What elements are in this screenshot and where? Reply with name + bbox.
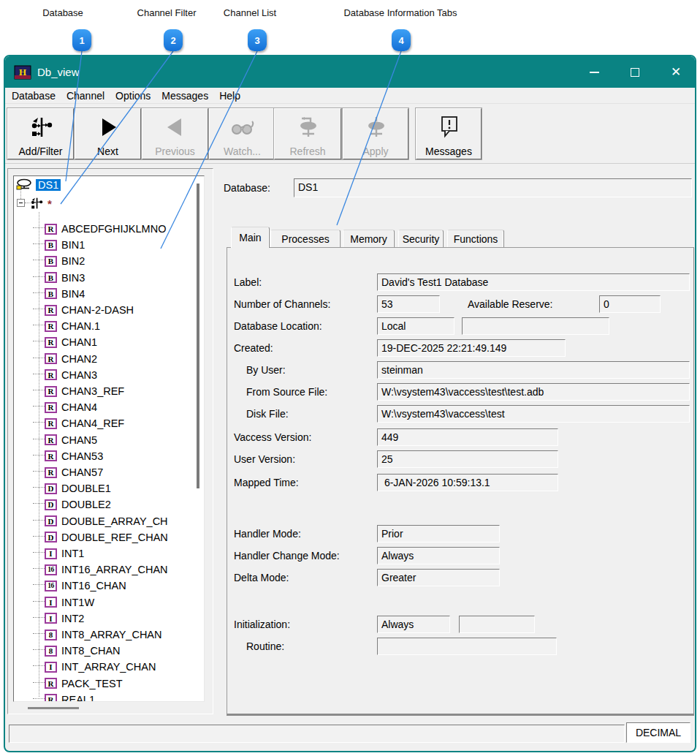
- tree-node-channel[interactable]: RCHAN-2-DASH: [45, 303, 204, 317]
- previous-button[interactable]: Previous: [142, 108, 208, 159]
- maximize-button[interactable]: [618, 56, 652, 88]
- channel-type-icon: R: [45, 305, 57, 316]
- messages-button[interactable]: Messages: [416, 108, 482, 159]
- label-field[interactable]: David's Test1 Database: [377, 273, 690, 291]
- location-field[interactable]: Local: [377, 317, 454, 335]
- tree-horizontal-scrollbar[interactable]: [28, 707, 79, 709]
- add-filter-button[interactable]: Add/Filter: [7, 108, 74, 159]
- tree-node-channel[interactable]: DDOUBLE1: [45, 481, 204, 496]
- routine-field[interactable]: [377, 638, 557, 655]
- tree-connector: [33, 649, 45, 650]
- tree-node-channel[interactable]: RCHAN3: [45, 368, 204, 382]
- tree-node-channel[interactable]: RCHAN2: [45, 352, 204, 366]
- user-version-field[interactable]: 25: [377, 450, 558, 468]
- tree-connector: [33, 601, 45, 602]
- tree-node-channel[interactable]: RCHAN3_REF: [45, 384, 204, 398]
- tree-connector: [33, 665, 45, 666]
- channel-tree-panel: DS1 * RABCEDFGHIJKLMNOBBIN1BBIN2BBI: [7, 168, 213, 714]
- tab-functions[interactable]: Functions: [447, 230, 504, 247]
- tree-node-channel[interactable]: RCHAN1: [45, 335, 204, 349]
- tab-main[interactable]: Main: [231, 227, 270, 248]
- radix-mode-indicator[interactable]: DECIMAL: [626, 722, 691, 743]
- tree-node-channel[interactable]: BBIN3: [45, 271, 204, 285]
- initialization-field[interactable]: Always: [377, 616, 450, 633]
- next-button[interactable]: Next: [75, 108, 141, 159]
- created-field[interactable]: 19-DEC-2025 22:21:49.149: [377, 339, 566, 357]
- tab-processes[interactable]: Processes: [270, 230, 341, 247]
- tree-node-channel[interactable]: 16INT16_ARRAY_CHAN: [45, 562, 204, 577]
- disk-file-label: Disk File:: [246, 408, 289, 420]
- add-filter-icon: [29, 109, 53, 145]
- menu-help[interactable]: Help: [219, 90, 240, 102]
- location-field-2[interactable]: [462, 317, 609, 335]
- channel-name: INT2: [61, 613, 84, 624]
- tree-node-channel[interactable]: RCHAN4_REF: [45, 416, 204, 431]
- tree-node-channel[interactable]: RABCEDFGHIJKLMNO: [45, 222, 204, 236]
- source-file-field[interactable]: W:\vsystem43\vaccess\test\test.adb: [377, 383, 690, 401]
- tree-connector: [33, 325, 45, 325]
- tree-node-channel[interactable]: RCHAN57: [45, 465, 204, 480]
- tree-node-channel[interactable]: BBIN2: [45, 254, 204, 268]
- tab-security[interactable]: Security: [398, 230, 444, 247]
- reserve-field[interactable]: 0: [599, 295, 661, 313]
- channel-tree[interactable]: DS1 * RABCEDFGHIJKLMNOBBIN1BBIN2BBI: [13, 175, 205, 702]
- tree-node-channel[interactable]: RREAL1: [45, 692, 204, 702]
- menu-channel[interactable]: Channel: [66, 90, 104, 102]
- tree-node-channel[interactable]: IINT_ARRAY_CHAN: [45, 659, 204, 674]
- tree-node-database[interactable]: DS1: [15, 178, 61, 192]
- tree-connector: [33, 487, 45, 488]
- db-view-window: H Db_view ✕ Database Channel Options Mes…: [4, 55, 696, 752]
- channel-type-icon: D: [45, 515, 57, 526]
- minimize-button[interactable]: [577, 56, 611, 88]
- channel-name: ABCEDFGHIJKLMNO: [61, 223, 166, 235]
- tree-node-channel-filter[interactable]: *: [30, 196, 52, 211]
- vaccess-version-field[interactable]: 449: [377, 428, 558, 446]
- watch-button[interactable]: Watch...: [209, 108, 275, 159]
- apply-button[interactable]: Apply: [343, 108, 408, 159]
- channel-type-icon: D: [45, 499, 57, 510]
- reserve-label: Available Reserve:: [468, 298, 552, 310]
- handler-mode-field[interactable]: Prior: [377, 525, 500, 543]
- handler-change-mode-field[interactable]: Always: [377, 547, 500, 564]
- tab-memory[interactable]: Memory: [343, 230, 395, 247]
- refresh-button[interactable]: Refresh: [274, 108, 341, 159]
- tree-node-channel[interactable]: 8INT8_CHAN: [45, 643, 204, 658]
- menu-database[interactable]: Database: [12, 90, 56, 102]
- tree-node-channel[interactable]: IINT1W: [45, 595, 204, 610]
- tree-node-channel[interactable]: BBIN4: [45, 287, 204, 301]
- tree-node-channel[interactable]: DDOUBLE2: [45, 497, 204, 512]
- close-button[interactable]: ✕: [659, 56, 693, 88]
- tree-vertical-scrollbar[interactable]: [197, 184, 199, 488]
- tree-node-channel[interactable]: DDOUBLE_REF_CHAN: [45, 530, 204, 545]
- channel-name: BIN1: [61, 239, 85, 251]
- tree-node-channel[interactable]: RPACK_TEST: [45, 676, 204, 691]
- delta-mode-field[interactable]: Greater: [377, 569, 500, 586]
- tree-node-channel[interactable]: RCHAN.1: [45, 319, 204, 333]
- tree-node-channel[interactable]: BBIN1: [45, 238, 204, 252]
- tree-connector: [33, 358, 45, 358]
- tree-connector: [33, 584, 45, 585]
- tree-node-channel[interactable]: RCHAN53: [45, 449, 204, 464]
- channel-type-icon: I: [45, 613, 57, 624]
- disk-file-field[interactable]: W:\vsystem43\vaccess\test: [377, 405, 690, 423]
- mapped-time-field[interactable]: 6-JAN-2026 10:59:13.1: [377, 474, 558, 491]
- tree-node-channel[interactable]: IINT1: [45, 546, 204, 561]
- initialization-field-2[interactable]: [459, 616, 535, 633]
- channel-name: DOUBLE_REF_CHAN: [61, 532, 168, 543]
- tree-connector: [33, 260, 45, 260]
- minimize-icon: [590, 72, 599, 73]
- tree-node-channel[interactable]: DDOUBLE_ARRAY_CH: [45, 514, 204, 529]
- tree-node-channel[interactable]: RCHAN4: [45, 400, 204, 415]
- tree-node-channel[interactable]: RCHAN5: [45, 433, 204, 447]
- database-field[interactable]: DS1: [294, 178, 692, 197]
- tree-node-channel[interactable]: 8INT8_ARRAY_CHAN: [45, 627, 204, 642]
- database-node-icon: [15, 178, 32, 192]
- by-user-field[interactable]: steinman: [377, 361, 690, 379]
- channels-field[interactable]: 53: [377, 295, 440, 313]
- menu-messages[interactable]: Messages: [161, 90, 208, 102]
- tree-collapse-toggle[interactable]: [17, 199, 25, 207]
- tree-node-channel[interactable]: 16INT16_CHAN: [45, 578, 204, 593]
- tree-connector: [33, 227, 45, 228]
- tree-node-channel[interactable]: IINT2: [45, 611, 204, 626]
- menu-options[interactable]: Options: [115, 90, 151, 102]
